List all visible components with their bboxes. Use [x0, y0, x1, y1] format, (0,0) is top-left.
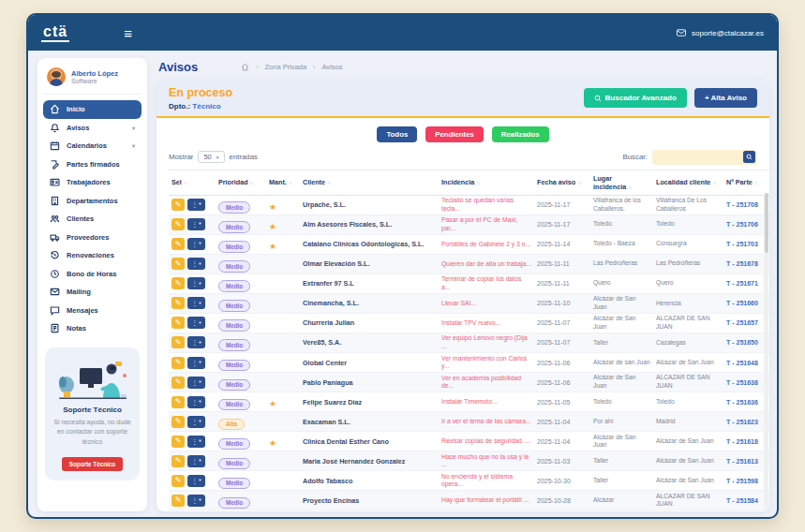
topbar-email[interactable]: soporte@ctalcazar.es: [677, 29, 764, 37]
sort-icon[interactable]: ↑↓: [577, 180, 581, 185]
sidebar-item-renovaciones[interactable]: Renovaciones: [43, 246, 142, 265]
entries-select[interactable]: 50▾: [198, 151, 224, 163]
edit-button[interactable]: ✎: [171, 218, 185, 230]
sidebar-item-proveedores[interactable]: Proveedores: [43, 229, 142, 247]
sort-icon[interactable]: ↑↓: [327, 180, 331, 185]
sort-icon[interactable]: ↑↓: [250, 180, 254, 185]
cell-client[interactable]: Alm Asesores Fiscales, S.L.: [300, 214, 439, 234]
cell-part-number[interactable]: T - 251706: [723, 214, 769, 234]
edit-button[interactable]: ✎: [171, 357, 185, 369]
cell-incident[interactable]: Hay que llamar a Maria (676 8...: [439, 510, 534, 511]
new-notice-button[interactable]: + Alta Aviso: [694, 88, 757, 108]
cell-incident[interactable]: Instalar Timemoto...: [439, 392, 534, 412]
edit-button[interactable]: ✎: [171, 317, 185, 329]
cell-part-number[interactable]: T - 251636: [723, 392, 769, 412]
row-menu-button[interactable]: ⋮▾: [187, 436, 205, 448]
row-menu-button[interactable]: ⋮▾: [187, 416, 205, 428]
cell-incident[interactable]: Quieren dar de alta un trabaja...: [439, 254, 534, 273]
row-menu-button[interactable]: ⋮▾: [187, 277, 205, 289]
edit-button[interactable]: ✎: [171, 396, 185, 408]
edit-button[interactable]: ✎: [171, 475, 185, 487]
cell-client[interactable]: Exacaman S.L.: [300, 412, 439, 432]
support-button[interactable]: Soporte Técnico: [62, 457, 123, 471]
filter-todos[interactable]: Todos: [377, 126, 417, 142]
column-header-prioridad[interactable]: Prioridad↑↓: [216, 170, 266, 195]
search-button[interactable]: [743, 151, 755, 163]
sidebar-item-mailing[interactable]: Mailing: [43, 283, 142, 302]
sort-icon[interactable]: ↑↓: [184, 180, 187, 185]
sidebar-item-calendarios[interactable]: Calendarios▾: [43, 137, 142, 155]
cell-incident[interactable]: Revisar copias de seguridad. ...: [439, 432, 534, 451]
column-header-incidencia[interactable]: Incidencia↑↓: [439, 170, 534, 195]
column-header-cliente[interactable]: Cliente↑↓: [300, 170, 439, 195]
cell-client[interactable]: Olmar Elevación S.L.: [300, 254, 439, 273]
row-menu-button[interactable]: ⋮▾: [187, 317, 205, 329]
edit-button[interactable]: ✎: [171, 377, 185, 389]
edit-button[interactable]: ✎: [171, 455, 185, 467]
column-header-localidad-cliente[interactable]: Localidad cliente↑↓: [653, 170, 723, 195]
cell-client[interactable]: Cinemancha, S.L.: [300, 293, 439, 313]
sidebar-item-notas[interactable]: Notas: [43, 319, 142, 338]
breadcrumb-avisos[interactable]: Avisos: [321, 63, 342, 71]
user-card[interactable]: Alberto López Software: [43, 66, 142, 95]
sort-icon[interactable]: ↑↓: [754, 180, 758, 185]
cell-client[interactable]: Extranfer 97 S.L: [300, 273, 439, 293]
row-menu-button[interactable]: ⋮▾: [187, 396, 205, 408]
cell-client[interactable]: Churreria Julian: [300, 313, 439, 332]
cell-part-number[interactable]: T - 251618: [723, 432, 769, 451]
cell-incident[interactable]: Portátiles de Gabinete 2 y 3 n...: [439, 234, 534, 254]
sidebar-item-partes-firmados[interactable]: Partes firmados: [43, 155, 142, 174]
hamburger-menu-icon[interactable]: ≡: [124, 26, 132, 40]
cell-client[interactable]: Clinica Dental Esther Cano: [300, 432, 439, 451]
cell-part-number[interactable]: T - 251678: [723, 254, 769, 273]
cell-incident[interactable]: Llevar SAI...: [439, 293, 534, 313]
table-scrollbar[interactable]: [764, 193, 768, 510]
department-value[interactable]: Técnico: [192, 102, 220, 111]
cell-part-number[interactable]: T - 251657: [723, 313, 769, 332]
cell-incident[interactable]: Hay que formatear el portátil ...: [439, 491, 534, 510]
cell-part-number[interactable]: T - 251613: [723, 451, 769, 471]
edit-button[interactable]: ✎: [171, 277, 185, 289]
cell-client[interactable]: Urpache, S.L.: [300, 195, 439, 214]
row-menu-button[interactable]: ⋮▾: [187, 238, 205, 250]
edit-button[interactable]: ✎: [171, 258, 185, 270]
cell-incident[interactable]: Ver en academia posibilidad de...: [439, 373, 534, 392]
sidebar-item-departamentos[interactable]: Departamentos: [43, 192, 142, 211]
sidebar-item-trabajadores[interactable]: Trabajadores: [43, 173, 142, 192]
breadcrumb-zona-privada[interactable]: Zona Privada: [265, 63, 307, 71]
row-menu-button[interactable]: ⋮▾: [187, 495, 205, 507]
filter-realizados[interactable]: Realizados: [492, 126, 549, 142]
edit-button[interactable]: ✎: [171, 199, 185, 211]
cell-part-number[interactable]: T - 251550: [723, 510, 769, 511]
cell-part-number[interactable]: T - 251648: [723, 353, 769, 373]
home-icon[interactable]: [241, 63, 249, 71]
cell-part-number[interactable]: T - 251650: [723, 332, 769, 352]
row-menu-button[interactable]: ⋮▾: [187, 218, 205, 230]
cell-incident[interactable]: Ver equipo Lenovo negro (Dija ...: [439, 332, 534, 352]
edit-button[interactable]: ✎: [171, 297, 185, 309]
column-header-lugar-incidencia[interactable]: Lugar incidencia↑↓: [590, 170, 653, 195]
cell-part-number[interactable]: T - 251671: [723, 273, 769, 293]
cell-client[interactable]: Adolfo Tabasco: [300, 471, 439, 491]
cell-client[interactable]: Proyecto Encinas: [300, 491, 439, 510]
column-header-fecha-aviso[interactable]: Fecha aviso↑↓: [534, 170, 590, 195]
edit-button[interactable]: ✎: [171, 238, 185, 250]
filter-pendientes[interactable]: Pendientes: [425, 126, 484, 142]
sidebar-item-bono-de-horas[interactable]: Bono de Horas: [43, 265, 142, 284]
column-header-sel[interactable]: Sel↑↓: [169, 170, 216, 195]
cell-part-number[interactable]: T - 251660: [723, 293, 769, 313]
cell-part-number[interactable]: T - 251598: [723, 471, 769, 491]
column-header-mant-[interactable]: Mant.↑↓: [266, 170, 300, 195]
advanced-search-button[interactable]: Buscador Avanzado: [584, 88, 687, 108]
row-menu-button[interactable]: ⋮▾: [187, 475, 205, 487]
cell-client[interactable]: Felipe Suarez Diaz: [300, 392, 439, 412]
cell-part-number[interactable]: T - 251703: [723, 234, 769, 254]
edit-button[interactable]: ✎: [171, 495, 185, 507]
cell-incident[interactable]: Hace mucho que no la usa y le ...: [439, 451, 534, 471]
cell-incident[interactable]: Terminar de copiar los datos a...: [439, 273, 534, 293]
cell-incident[interactable]: No enciende y el sistema opera...: [439, 471, 534, 491]
cell-part-number[interactable]: T - 251623: [723, 412, 769, 432]
row-menu-button[interactable]: ⋮▾: [187, 455, 205, 467]
cell-client[interactable]: Sergio Garcia Martin: [300, 510, 439, 511]
cell-client[interactable]: Maria José Hernandez Gonzalez: [300, 451, 439, 471]
